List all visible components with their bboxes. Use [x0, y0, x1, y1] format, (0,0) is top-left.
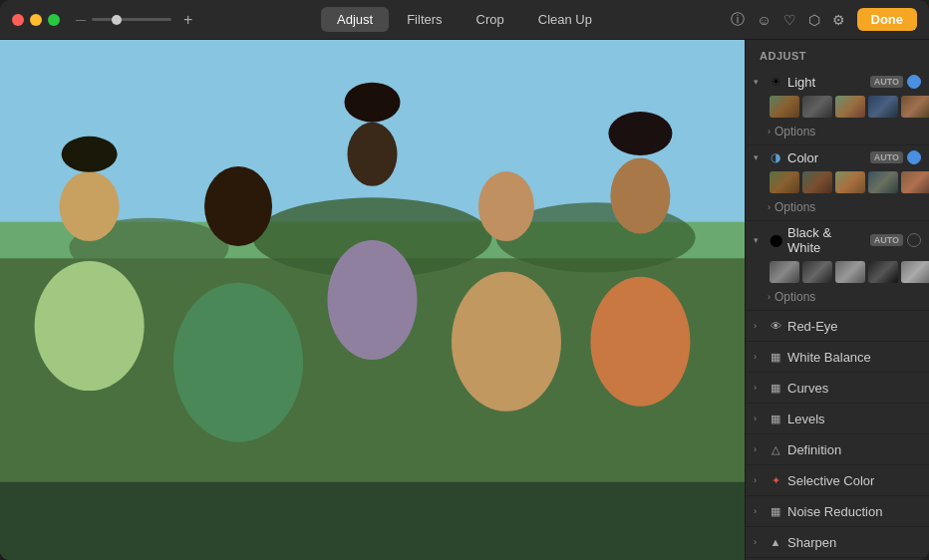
- photo-area: [0, 40, 745, 560]
- main-content: ADJUST ▾ ☀ Light AUTO › Options: [0, 40, 929, 560]
- levels-label: Levels: [787, 412, 921, 426]
- bw-options-row[interactable]: › Options: [746, 289, 929, 310]
- curves-label: Curves: [787, 381, 921, 396]
- light-icon: ☀: [768, 74, 783, 90]
- traffic-lights: [12, 14, 60, 26]
- light-thumb-4[interactable]: [868, 96, 898, 118]
- zoom-in-icon[interactable]: +: [183, 11, 192, 29]
- tab-crop[interactable]: Crop: [461, 7, 520, 32]
- row-levels[interactable]: › ▦ Levels: [746, 404, 929, 434]
- titlebar-right: ⓘ ☺ ♡ ⬡ ⚙ Done: [731, 8, 917, 31]
- svg-point-14: [590, 277, 690, 407]
- section-bw: ▾ ⬤ Black & White AUTO › Options: [746, 221, 929, 311]
- color-options-row[interactable]: › Options: [746, 199, 929, 220]
- section-color-header[interactable]: ▾ ◑ Color AUTO: [746, 145, 929, 169]
- color-options-label: Options: [774, 200, 815, 214]
- row-selective-color[interactable]: › ✦ Selective Color: [746, 465, 929, 496]
- bw-thumb-3[interactable]: [835, 261, 865, 283]
- color-thumb-3[interactable]: [835, 171, 865, 193]
- row-noise-reduction[interactable]: › ▦ Noise Reduction: [746, 496, 929, 527]
- info-icon[interactable]: ⓘ: [731, 11, 745, 29]
- settings-icon[interactable]: ⚙: [832, 12, 845, 28]
- bw-icon: ⬤: [768, 232, 783, 248]
- adjust-header: ADJUST: [746, 40, 929, 70]
- red-eye-icon: 👁: [768, 318, 783, 334]
- chevron-curves-icon: ›: [754, 383, 764, 393]
- bw-options-label: Options: [774, 290, 815, 304]
- svg-point-16: [345, 83, 401, 123]
- color-options-chevron-icon: ›: [768, 202, 771, 212]
- chevron-selective-color-icon: ›: [754, 475, 764, 485]
- row-sharpen[interactable]: › ▲ Sharpen: [746, 527, 929, 558]
- light-thumb-3[interactable]: [835, 96, 865, 118]
- zoom-slider[interactable]: [92, 18, 171, 21]
- chevron-bw-icon: ▾: [754, 235, 764, 245]
- chevron-light-icon: ▾: [754, 77, 764, 87]
- row-curves[interactable]: › ▦ Curves: [746, 373, 929, 404]
- nav-tabs: Adjust Filters Crop Clean Up: [321, 7, 608, 32]
- definition-icon: △: [768, 441, 783, 457]
- light-thumb-5[interactable]: [901, 96, 929, 118]
- color-toggle[interactable]: [907, 150, 921, 164]
- section-light-header[interactable]: ▾ ☀ Light AUTO: [746, 70, 929, 94]
- zoom-slider-area: — +: [76, 11, 192, 29]
- svg-point-9: [204, 166, 272, 246]
- svg-point-18: [608, 112, 672, 155]
- svg-point-10: [328, 240, 418, 360]
- share-icon[interactable]: ⬡: [808, 12, 820, 28]
- bw-auto-badge[interactable]: AUTO: [870, 234, 903, 246]
- row-white-balance[interactable]: › ▦ White Balance: [746, 342, 929, 373]
- tab-filters[interactable]: Filters: [391, 7, 458, 32]
- selective-color-label: Selective Color: [787, 473, 921, 488]
- maximize-button[interactable]: [48, 14, 60, 26]
- bw-title: Black & White: [787, 225, 866, 255]
- tab-adjust[interactable]: Adjust: [321, 7, 389, 32]
- noise-reduction-label: Noise Reduction: [787, 504, 921, 519]
- color-thumb-1[interactable]: [770, 171, 799, 193]
- emoji-icon[interactable]: ☺: [757, 12, 771, 28]
- white-balance-label: White Balance: [787, 350, 921, 365]
- color-auto-badge[interactable]: AUTO: [870, 151, 903, 163]
- light-thumb-2[interactable]: [802, 96, 832, 118]
- color-thumb-4[interactable]: [868, 171, 898, 193]
- tab-cleanup[interactable]: Clean Up: [522, 7, 608, 32]
- noise-reduction-icon: ▦: [768, 503, 783, 519]
- chevron-wb-icon: ›: [754, 352, 764, 362]
- chevron-red-eye-icon: ›: [754, 321, 764, 331]
- minimize-button[interactable]: [30, 14, 42, 26]
- bw-thumbnails: [746, 259, 929, 289]
- svg-point-11: [348, 123, 398, 186]
- photo-canvas: [0, 40, 745, 560]
- svg-point-6: [35, 261, 145, 391]
- row-definition[interactable]: › △ Definition: [746, 434, 929, 465]
- bw-thumb-2[interactable]: [802, 261, 832, 283]
- light-auto-badge[interactable]: AUTO: [870, 76, 903, 88]
- bw-options-chevron-icon: ›: [768, 292, 771, 302]
- white-balance-icon: ▦: [768, 349, 783, 365]
- sharpen-label: Sharpen: [787, 535, 921, 550]
- bw-thumb-1[interactable]: [770, 261, 799, 283]
- light-options-row[interactable]: › Options: [746, 124, 929, 144]
- bw-thumb-5[interactable]: [901, 261, 929, 283]
- light-toggle[interactable]: [907, 75, 921, 89]
- light-thumbnails: [746, 94, 929, 124]
- heart-icon[interactable]: ♡: [783, 12, 796, 28]
- red-eye-label: Red-Eye: [787, 319, 921, 334]
- svg-point-8: [173, 283, 303, 442]
- curves-icon: ▦: [768, 380, 783, 396]
- color-thumb-2[interactable]: [802, 171, 832, 193]
- bw-thumb-4[interactable]: [868, 261, 898, 283]
- svg-point-15: [610, 158, 670, 234]
- close-button[interactable]: [12, 14, 24, 26]
- bw-toggle[interactable]: [907, 233, 921, 247]
- slider-thumb: [112, 15, 122, 25]
- light-title: Light: [787, 75, 866, 90]
- color-thumb-5[interactable]: [901, 171, 929, 193]
- levels-icon: ▦: [768, 411, 783, 426]
- section-bw-header[interactable]: ▾ ⬤ Black & White AUTO: [746, 221, 929, 259]
- photo-placeholder: [0, 40, 745, 560]
- done-button[interactable]: Done: [857, 8, 918, 31]
- row-red-eye[interactable]: › 👁 Red-Eye: [746, 311, 929, 342]
- color-thumbnails: [746, 169, 929, 199]
- light-thumb-1[interactable]: [770, 96, 799, 118]
